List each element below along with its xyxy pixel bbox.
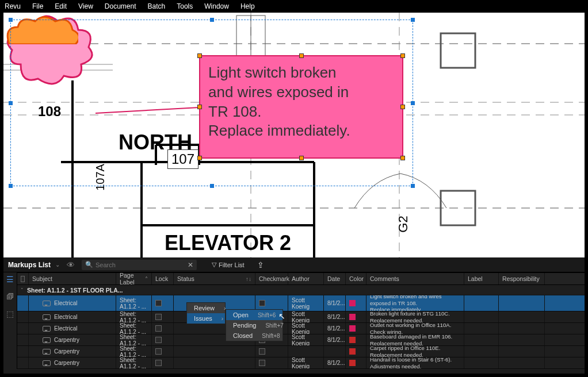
ctx-pending[interactable]: PendingShift+7 xyxy=(226,320,282,330)
clear-search-icon[interactable]: ✕ xyxy=(188,261,193,269)
cell-author xyxy=(288,346,324,357)
ctx-issues[interactable]: Issues› xyxy=(187,313,225,324)
table-row[interactable]: Electrical Sheet: A1.1.2 - ... Scott Koe… xyxy=(17,311,585,323)
cube-icon[interactable]: ⬚ xyxy=(6,309,14,318)
menu-batch[interactable]: Batch xyxy=(148,2,166,10)
visibility-icon[interactable]: 👁 xyxy=(67,260,75,270)
cell-comments: Baseboard damaged in EMR 106. Replacemen… xyxy=(366,334,464,345)
search-box[interactable]: 🔍 ✕ xyxy=(82,260,197,270)
status-sub-menu[interactable]: OpenShift+6 PendingShift+7 ClosedShift+8 xyxy=(226,309,283,341)
menu-file[interactable]: File xyxy=(32,2,43,10)
cell-lock[interactable] xyxy=(152,357,174,368)
cell-responsibility xyxy=(499,334,545,345)
col-page[interactable]: Page Label˄ xyxy=(116,273,152,284)
markups-panel: Markups List ⌄ 👁 🔍 ✕ ▽ Filter List ⇪ ☰ 🗊… xyxy=(3,257,585,374)
search-icon: 🔍 xyxy=(85,261,93,268)
menu-edit[interactable]: Edit xyxy=(55,2,67,10)
col-subject[interactable]: Subject xyxy=(29,273,116,284)
menu-tools[interactable]: Tools xyxy=(177,2,193,10)
cell-page: Sheet: A1.1.2 - ... xyxy=(116,334,152,345)
cell-checkmark[interactable] xyxy=(255,357,288,368)
cell-label xyxy=(464,357,499,368)
menu-window[interactable]: Window xyxy=(204,2,229,10)
cell-checkmark[interactable] xyxy=(255,295,288,311)
panel-dropdown-icon[interactable]: ⌄ xyxy=(55,261,60,268)
cell-comments: Broken light fixture in STG 110C. Replac… xyxy=(366,311,464,322)
col-color[interactable]: Color xyxy=(346,273,366,284)
list-view-icon[interactable]: ☰ xyxy=(6,275,14,284)
export-icon[interactable]: ⇪ xyxy=(257,260,264,270)
table-row[interactable]: Carpentry Sheet: A1.1.2 - ... Scott Koen… xyxy=(17,357,585,369)
cell-date: 8/1/2... xyxy=(324,311,346,322)
cell-lock[interactable] xyxy=(152,323,174,334)
col-checkbox[interactable] xyxy=(17,273,29,284)
table-row[interactable]: Electrical Sheet: A1.1.2 - ... Scott Koe… xyxy=(17,295,585,311)
group-row[interactable]: ˅ Sheet: A1.1.2 - 1ST FLOOR PLA... xyxy=(17,285,585,295)
callout-icon xyxy=(43,314,51,320)
panel-left-rail: ☰ 🗊 ⬚ xyxy=(3,272,17,369)
menu-document[interactable]: Document xyxy=(105,2,136,10)
cell-color xyxy=(346,311,366,322)
cell-status[interactable] xyxy=(174,357,255,368)
menu-help[interactable]: Help xyxy=(240,2,255,10)
group-label: Sheet: A1.1.2 - 1ST FLOOR PLA... xyxy=(27,287,123,294)
menu-view[interactable]: View xyxy=(78,2,93,10)
cell-date: 8/1/2... xyxy=(324,295,346,311)
sort-icon: ↑↓ xyxy=(246,276,251,282)
col-date[interactable]: Date xyxy=(324,273,346,284)
cell-lock[interactable] xyxy=(152,311,174,322)
ctx-review[interactable]: Review› xyxy=(187,303,225,313)
cell-subject: Electrical xyxy=(54,300,78,306)
col-comments[interactable]: Comments xyxy=(366,273,464,284)
cell-page: Sheet: A1.1.2 - ... xyxy=(116,346,152,357)
cell-status[interactable] xyxy=(174,346,255,357)
callout-icon xyxy=(43,360,51,366)
cell-subject: Carpentry xyxy=(54,360,79,366)
filter-label: Filter List xyxy=(219,261,245,268)
filter-icon: ▽ xyxy=(212,261,216,268)
cell-subject: Electrical xyxy=(54,325,78,332)
cell-author: Scott Koenig xyxy=(288,311,324,322)
status-context-menu[interactable]: Review› Issues› xyxy=(186,302,226,324)
callout-text-line: and wires exposed in xyxy=(208,83,394,102)
expand-icon[interactable]: ˅ xyxy=(21,287,24,293)
col-status[interactable]: Status↑↓ xyxy=(174,273,255,284)
callout-markup[interactable]: Light switch broken and wires exposed in… xyxy=(199,55,403,159)
col-responsibility[interactable]: Responsibility xyxy=(499,273,545,284)
cell-subject: Carpentry xyxy=(54,337,79,343)
cell-responsibility xyxy=(499,295,545,311)
grid-label-g2: G2 xyxy=(396,216,411,232)
cell-lock[interactable] xyxy=(152,346,174,357)
cell-lock[interactable] xyxy=(152,295,174,311)
cell-responsibility xyxy=(499,311,545,322)
document-viewport[interactable]: › 108 NORTH I 107 107A ELEVATOR 2 G2 Lig… xyxy=(3,13,585,257)
table-row[interactable]: Carpentry Sheet: A1.1.2 - ... Carpet rip… xyxy=(17,346,585,357)
ctx-closed[interactable]: ClosedShift+8 xyxy=(226,330,282,341)
col-author[interactable]: Author xyxy=(288,273,324,284)
table-row[interactable]: Carpentry Sheet: A1.1.2 - ... Scott Koen… xyxy=(17,334,585,346)
col-checkmark[interactable]: Checkmark xyxy=(255,273,288,284)
callout-icon xyxy=(43,301,51,306)
menu-revu[interactable]: Revu xyxy=(5,2,21,10)
cell-author: Scott Koenig xyxy=(288,295,324,311)
cell-lock[interactable] xyxy=(152,334,174,345)
cell-checkmark[interactable] xyxy=(255,346,288,357)
cell-page: Sheet: A1.1.2 - ... xyxy=(116,357,152,368)
search-input[interactable] xyxy=(96,261,188,268)
summary-icon[interactable]: 🗊 xyxy=(6,292,14,301)
callout-text-line: Replace immediately. xyxy=(208,121,394,141)
cell-date: 8/1/2... xyxy=(324,357,346,368)
col-label[interactable]: Label xyxy=(464,273,499,284)
cell-date: 8/1/2... xyxy=(324,323,346,334)
markups-table: Subject Page Label˄ Lock Status↑↓ Checkm… xyxy=(17,272,585,369)
svg-rect-18 xyxy=(441,33,475,68)
cell-responsibility xyxy=(499,346,545,357)
cell-subject: Carpentry xyxy=(54,348,79,355)
cell-color xyxy=(346,334,366,345)
cell-comments: Handrail is loose in Stair 6 (ST-6). Adj… xyxy=(366,357,464,368)
ctx-open[interactable]: OpenShift+6 xyxy=(226,310,282,320)
col-lock[interactable]: Lock xyxy=(152,273,174,284)
table-row[interactable]: Electrical Sheet: A1.1.2 - ... Scott Koe… xyxy=(17,323,585,334)
filter-button[interactable]: ▽ Filter List xyxy=(212,261,245,268)
room-label-elevator: ELEVATOR 2 xyxy=(165,231,291,255)
